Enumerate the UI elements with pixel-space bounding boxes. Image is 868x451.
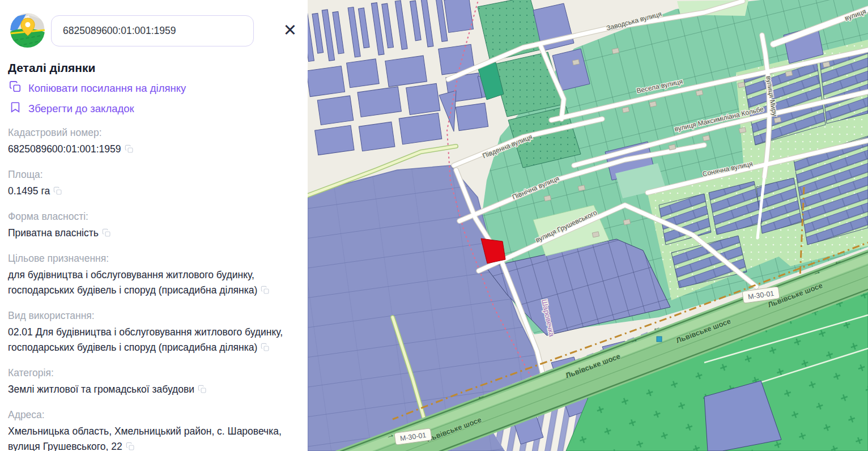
field-value: 02.01 Для будівництва і обслуговування ж… [8, 325, 298, 356]
field-value: Приватна власність [8, 226, 298, 242]
field-ownership: Форма власності: Приватна власність [8, 211, 298, 242]
close-button[interactable]: ✕ [279, 19, 301, 41]
copy-icon [9, 80, 22, 96]
bookmark-icon [9, 101, 22, 116]
field-label: Цільове призначення: [8, 253, 298, 265]
top-bar: ✕ [8, 0, 308, 56]
field-address: Адреса: Хмельницька область, Хмельницьки… [8, 409, 298, 451]
field-use-type: Вид використання: 02.01 Для будівництва … [8, 310, 298, 356]
copy-value-icon[interactable] [198, 383, 207, 398]
field-value: 6825089600:01:001:1959 [8, 142, 298, 158]
copy-link-action[interactable]: Копіювати посилання на ділянку [9, 80, 308, 96]
page-title: Деталі ділянки [8, 61, 308, 75]
map-canvas[interactable]: ← → ← → ← → Львівське шосе Львівське шос… [308, 0, 868, 451]
copy-value-icon[interactable] [261, 341, 270, 356]
field-cadastral-number: Кадастровий номер: 6825089600:01:001:195… [8, 127, 298, 158]
copy-value-icon[interactable] [53, 185, 62, 200]
field-label: Площа: [8, 169, 298, 181]
cadastre-app: ✕ Деталі ділянки Копіювати посилання на … [0, 0, 868, 451]
copy-value-icon[interactable] [126, 440, 135, 451]
field-purpose: Цільове призначення: для будівництва і о… [8, 253, 298, 299]
field-label: Категорія: [8, 367, 298, 379]
bus-stop-marker[interactable] [657, 337, 662, 342]
field-label: Вид використання: [8, 310, 298, 322]
field-label: Адреса: [8, 409, 298, 421]
search-input[interactable] [51, 15, 254, 46]
copy-value-icon[interactable] [125, 143, 134, 158]
field-value: Хмельницька область, Хмельницький район,… [8, 424, 298, 451]
app-logo[interactable] [10, 13, 45, 48]
field-label: Форма власності: [8, 211, 298, 223]
field-value: Землі житлової та громадської забудови [8, 382, 298, 398]
field-value: 0.1495 га [8, 184, 298, 200]
copy-link-label: Копіювати посилання на ділянку [28, 82, 186, 95]
map-logo-icon [10, 13, 45, 48]
cadastral-map[interactable]: ← → ← → ← → Львівське шосе Львівське шос… [308, 0, 868, 451]
field-category: Категорія: Землі житлової та громадської… [8, 367, 298, 398]
bookmark-label: Зберегти до закладок [28, 103, 134, 115]
parcel-details-panel: ✕ Деталі ділянки Копіювати посилання на … [0, 0, 308, 451]
field-value: для будівництва і обслуговування житлово… [8, 267, 298, 299]
copy-value-icon[interactable] [102, 227, 111, 242]
field-label: Кадастровий номер: [8, 127, 298, 139]
copy-value-icon[interactable] [261, 284, 270, 299]
field-area: Площа: 0.1495 га [8, 169, 298, 200]
bookmark-action[interactable]: Зберегти до закладок [9, 101, 308, 116]
